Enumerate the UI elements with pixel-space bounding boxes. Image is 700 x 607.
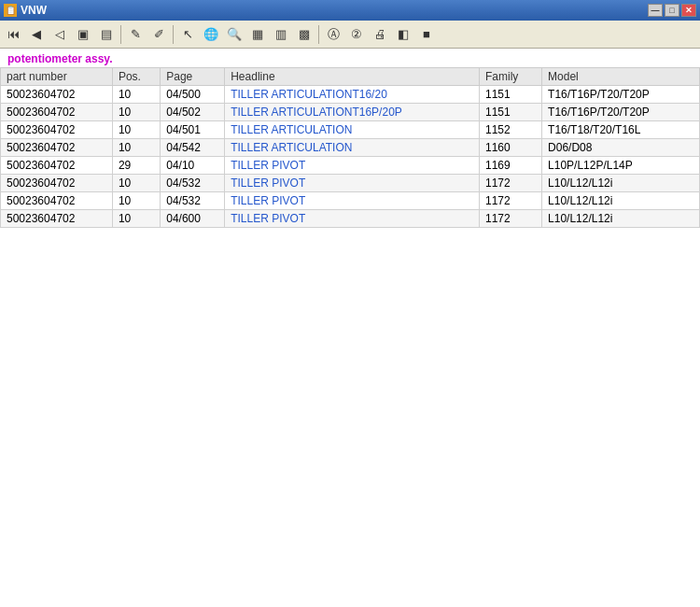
table-cell: 10 [112,210,160,228]
edit1-button[interactable]: ✎ [124,23,147,46]
headline-link[interactable]: TILLER ARTICULATIONT16P/20P [231,106,402,119]
col-model: Model [542,68,700,86]
cursor-button[interactable]: ↖ [176,23,199,46]
title-bar-left: 📋 VNW [4,4,47,17]
table-cell: 1172 [479,175,541,192]
table-cell: T16/T16P/T20/T20P [542,86,700,104]
headline-link[interactable]: TILLER PIVOT [231,212,305,225]
stop-button[interactable]: ■ [415,23,438,46]
minimize-button[interactable]: — [648,4,663,17]
table-cell: 1160 [479,139,541,157]
export-button[interactable]: ◧ [392,23,414,46]
app-icon: 📋 [4,4,17,17]
table-cell: 1151 [479,104,541,121]
headline-link[interactable]: TILLER ARTICULATIONT16/20 [231,88,387,101]
table-cell: 50023604702 [1,139,113,157]
table-cell: 10 [112,121,160,139]
edit2-button[interactable]: ✐ [147,23,170,46]
table-cell: 04/501 [161,121,225,139]
table-cell: 10 [112,139,160,157]
table-cell: 50023604702 [1,210,113,228]
table-cell: T16/T16P/T20/T20P [542,104,700,121]
table-cell: 1172 [479,210,541,228]
table-cell: L10/L12/L12i [542,210,700,228]
results-table: part number Pos. Page Headline Family Mo… [0,67,700,228]
grid1-button[interactable]: ▦ [246,23,269,46]
toolbar: ⏮ ◀ ◁ ▣ ▤ ✎ ✐ ↖ 🌐 🔍 ▦ ▥ ▩ Ⓐ ② 🖨 ◧ ■ [0,21,700,49]
maximize-button[interactable]: □ [665,4,679,17]
nav2-button[interactable]: ▤ [95,23,118,46]
table-header-row: part number Pos. Page Headline Family Mo… [1,68,700,86]
table-row: 500236047021004/532TILLER PIVOT1172L10/L… [1,175,700,192]
main-content: potentiometer assy. part number Pos. Pag… [0,49,700,607]
table-cell: 10 [112,104,160,121]
table-cell: 50023604702 [1,157,113,175]
title-bar-controls: — □ ✕ [648,4,696,17]
headline-link[interactable]: TILLER ARTICULATION [231,141,352,154]
table-cell: 04/600 [161,210,225,228]
table-cell: D06/D08 [542,139,700,157]
table-cell: 50023604702 [1,104,113,121]
close-button[interactable]: ✕ [681,4,696,17]
table-cell: 10 [112,192,160,210]
headline-link[interactable]: TILLER ARTICULATION [231,123,352,136]
print-button[interactable]: 🖨 [369,23,391,46]
prev-button[interactable]: ◀ [25,23,48,46]
table-cell: 1169 [479,157,541,175]
table-row: 500236047021004/542TILLER ARTICULATION11… [1,139,700,157]
table-cell: 10 [112,86,160,104]
headline-link[interactable]: TILLER PIVOT [231,159,305,172]
col-headline: Headline [225,68,480,86]
table-cell: 50023604702 [1,121,113,139]
globe-button[interactable]: 🌐 [200,23,222,46]
table-cell: L10/L12/L12i [542,175,700,192]
table-row: 500236047021004/600TILLER PIVOT1172L10/L… [1,210,700,228]
grid2-button[interactable]: ▥ [270,23,292,46]
zoom-button[interactable]: 🔍 [223,23,245,46]
table-cell: 04/10 [161,157,225,175]
table-cell: 04/532 [161,192,225,210]
table-cell: 10 [112,175,160,192]
toolbar-separator-3 [318,25,319,44]
headline-link[interactable]: TILLER PIVOT [231,176,305,190]
table-cell: 29 [112,157,160,175]
table-cell: 04/502 [161,104,225,121]
table-cell: T16/T18/T20/T16L [542,121,700,139]
table-cell: L10/L12/L12i [542,192,700,210]
circle-a-button[interactable]: Ⓐ [322,23,344,46]
table-cell: 50023604702 [1,86,113,104]
table-row: 500236047021004/532TILLER PIVOT1172L10/L… [1,192,700,210]
nav1-button[interactable]: ▣ [72,23,94,46]
window-title: VNW [21,4,47,17]
table-cell: 04/542 [161,139,225,157]
title-bar: 📋 VNW — □ ✕ [0,0,700,21]
toolbar-separator-1 [120,25,121,44]
back-button[interactable]: ◁ [49,23,71,46]
table-cell: 04/500 [161,86,225,104]
table-row: 500236047021004/500TILLER ARTICULATIONT1… [1,86,700,104]
table-cell: 04/532 [161,175,225,192]
table-row: 500236047021004/502TILLER ARTICULATIONT1… [1,104,700,121]
table-row: 500236047022904/10TILLER PIVOT1169L10P/L… [1,157,700,175]
section-label: potentiometer assy. [0,49,700,67]
grid3-button[interactable]: ▩ [293,23,315,46]
table-cell: 1172 [479,192,541,210]
col-family: Family [479,68,541,86]
table-cell: 50023604702 [1,192,113,210]
table-cell: L10P/L12P/L14P [542,157,700,175]
circle-2-button[interactable]: ② [345,23,368,46]
table-row: 500236047021004/501TILLER ARTICULATION11… [1,121,700,139]
col-pos: Pos. [112,68,160,86]
col-part-number: part number [1,68,113,86]
table-cell: 50023604702 [1,175,113,192]
toolbar-separator-2 [173,25,174,44]
table-cell: 1152 [479,121,541,139]
table-cell: 1151 [479,86,541,104]
col-page: Page [161,68,225,86]
first-button[interactable]: ⏮ [2,23,24,46]
headline-link[interactable]: TILLER PIVOT [231,194,305,207]
